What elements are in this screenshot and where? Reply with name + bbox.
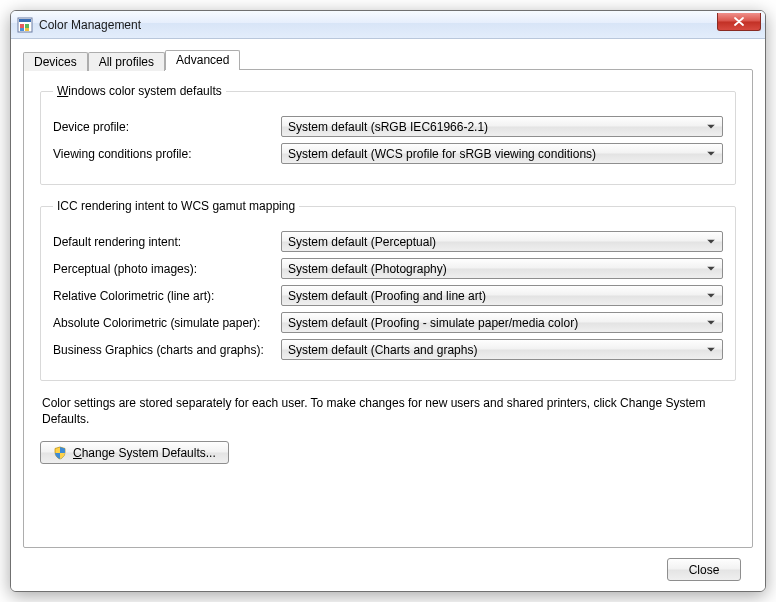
tab-bar: Devices All profiles Advanced: [23, 47, 753, 69]
label-device-profile: Device profile:: [53, 120, 281, 134]
combo-perceptual[interactable]: System default (Photography): [281, 258, 723, 279]
label-business-graphics: Business Graphics (charts and graphs):: [53, 343, 281, 357]
chevron-down-icon: [704, 314, 718, 331]
group-icc-rendering-intent: ICC rendering intent to WCS gamut mappin…: [40, 199, 736, 381]
combo-default-rendering-intent[interactable]: System default (Perceptual): [281, 231, 723, 252]
label-relative-colorimetric: Relative Colorimetric (line art):: [53, 289, 281, 303]
svg-rect-4: [20, 28, 24, 31]
combo-value: System default (sRGB IEC61966-2.1): [288, 120, 488, 134]
chevron-down-icon: [704, 145, 718, 162]
combo-absolute-colorimetric[interactable]: System default (Proofing - simulate pape…: [281, 312, 723, 333]
combo-value: System default (WCS profile for sRGB vie…: [288, 147, 596, 161]
svg-rect-5: [25, 28, 29, 31]
chevron-down-icon: [704, 118, 718, 135]
shield-icon: [53, 446, 67, 460]
combo-value: System default (Perceptual): [288, 235, 436, 249]
change-system-defaults-button[interactable]: Change System Defaults...: [40, 441, 229, 464]
svg-rect-1: [19, 19, 31, 22]
row-relative-colorimetric: Relative Colorimetric (line art): System…: [53, 285, 723, 306]
window-title: Color Management: [39, 18, 141, 32]
tab-panel-advanced: Windows color system defaults Device pro…: [23, 69, 753, 548]
app-icon: [17, 17, 33, 33]
combo-value: System default (Photography): [288, 262, 447, 276]
combo-device-profile[interactable]: System default (sRGB IEC61966-2.1): [281, 116, 723, 137]
row-perceptual: Perceptual (photo images): System defaul…: [53, 258, 723, 279]
group-windows-color-system-defaults: Windows color system defaults Device pro…: [40, 84, 736, 185]
row-device-profile: Device profile: System default (sRGB IEC…: [53, 116, 723, 137]
button-row: Change System Defaults...: [40, 441, 736, 464]
label-viewing-conditions: Viewing conditions profile:: [53, 147, 281, 161]
titlebar: Color Management: [11, 11, 765, 39]
combo-value: System default (Charts and graphs): [288, 343, 477, 357]
chevron-down-icon: [704, 341, 718, 358]
tab-advanced[interactable]: Advanced: [165, 50, 240, 70]
chevron-down-icon: [704, 260, 718, 277]
settings-note: Color settings are stored separately for…: [40, 395, 736, 427]
svg-rect-2: [20, 24, 24, 28]
close-icon: [734, 17, 744, 26]
close-window-button[interactable]: [717, 13, 761, 31]
label-absolute-colorimetric: Absolute Colorimetric (simulate paper):: [53, 316, 281, 330]
change-system-defaults-label: Change System Defaults...: [73, 446, 216, 460]
combo-value: System default (Proofing - simulate pape…: [288, 316, 578, 330]
chevron-down-icon: [704, 233, 718, 250]
combo-viewing-conditions[interactable]: System default (WCS profile for sRGB vie…: [281, 143, 723, 164]
combo-value: System default (Proofing and line art): [288, 289, 486, 303]
group-legend-icc: ICC rendering intent to WCS gamut mappin…: [53, 199, 299, 213]
combo-business-graphics[interactable]: System default (Charts and graphs): [281, 339, 723, 360]
dialog-footer: Close: [23, 548, 753, 581]
label-default-rendering-intent: Default rendering intent:: [53, 235, 281, 249]
row-business-graphics: Business Graphics (charts and graphs): S…: [53, 339, 723, 360]
row-viewing-conditions: Viewing conditions profile: System defau…: [53, 143, 723, 164]
window-frame: Color Management Devices All profiles Ad…: [10, 10, 766, 592]
chevron-down-icon: [704, 287, 718, 304]
tab-devices[interactable]: Devices: [23, 52, 88, 71]
row-absolute-colorimetric: Absolute Colorimetric (simulate paper): …: [53, 312, 723, 333]
svg-rect-3: [25, 24, 29, 28]
client-area: Devices All profiles Advanced Windows co…: [11, 39, 765, 591]
combo-relative-colorimetric[interactable]: System default (Proofing and line art): [281, 285, 723, 306]
group-legend-wcs: Windows color system defaults: [53, 84, 226, 98]
row-default-rendering-intent: Default rendering intent: System default…: [53, 231, 723, 252]
label-perceptual: Perceptual (photo images):: [53, 262, 281, 276]
tab-all-profiles[interactable]: All profiles: [88, 52, 165, 71]
close-button[interactable]: Close: [667, 558, 741, 581]
